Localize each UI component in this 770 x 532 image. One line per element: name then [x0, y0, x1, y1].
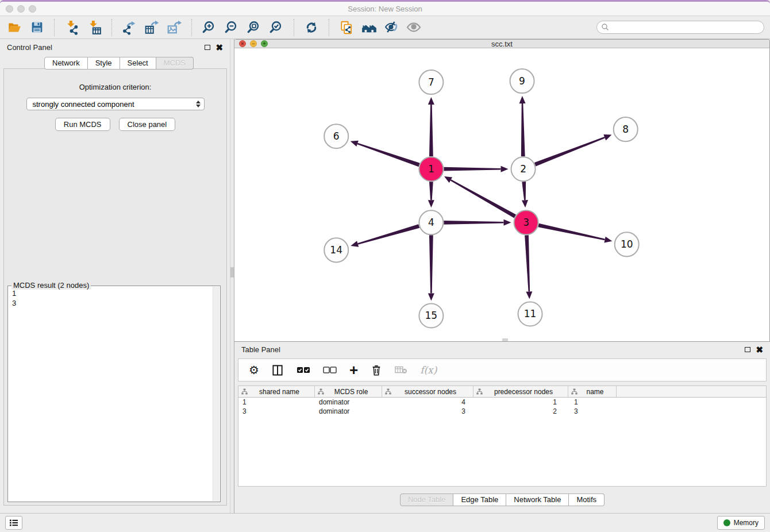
graph-edge-2-8[interactable]: [534, 137, 605, 167]
graph-node-label-3: 3: [523, 217, 529, 229]
graph-edge-arrowhead: [428, 294, 434, 301]
eye-icon[interactable]: [405, 19, 422, 36]
graph-node-label-6: 6: [333, 131, 340, 142]
graph-edge-1-4[interactable]: [429, 182, 433, 201]
task-history-button[interactable]: [5, 516, 22, 530]
graph-edge-3-10[interactable]: [538, 223, 605, 241]
zoom-fit-icon[interactable]: [245, 19, 263, 36]
canvas-resize-handle-icon[interactable]: [502, 338, 508, 341]
graph-edge-3-1[interactable]: [451, 180, 516, 218]
clear-checks-icon[interactable]: [323, 366, 337, 374]
criterion-dropdown[interactable]: strongly connected component: [26, 98, 205, 110]
graph-edge-4-14[interactable]: [357, 225, 419, 245]
export-table-icon[interactable]: [143, 19, 160, 36]
node-table[interactable]: shared nameMCDS rolesuccessor nodesprede…: [238, 385, 767, 487]
network-canvas[interactable]: 7968124314101511: [234, 48, 769, 341]
graph-edge-arrowhead: [526, 292, 532, 299]
columns-icon[interactable]: [272, 364, 284, 376]
tab-style[interactable]: Style: [88, 57, 120, 70]
float-table-panel-icon[interactable]: [745, 347, 750, 352]
table-tabs: Node Table Edge Table Network Table Moti…: [234, 487, 770, 513]
import-network-icon[interactable]: [63, 19, 80, 36]
tab-network-table[interactable]: Network Table: [506, 494, 569, 506]
table-cell: 2: [473, 407, 568, 415]
refresh-icon[interactable]: [303, 19, 320, 36]
graph-edge-4-3[interactable]: [444, 221, 503, 225]
search-icon: [601, 23, 609, 33]
export-network-icon[interactable]: [121, 19, 138, 36]
table-cell: dominator: [315, 407, 382, 415]
graph-node-label-9: 9: [519, 76, 525, 87]
close-panel-button[interactable]: Close panel: [119, 118, 176, 131]
graph-edge-4-15[interactable]: [429, 236, 433, 294]
tab-network[interactable]: Network: [44, 57, 88, 70]
panel-splitter[interactable]: [230, 39, 234, 513]
mcds-result-scrollbar[interactable]: [213, 287, 220, 501]
column-tree-icon: [241, 388, 248, 395]
graph-edge-1-7[interactable]: [429, 105, 433, 157]
column-header-successor-nodes[interactable]: successor nodes: [382, 386, 473, 397]
tab-edge-table[interactable]: Edge Table: [453, 494, 506, 506]
column-header-label: predecessor nodes: [483, 388, 568, 396]
zoom-out-icon[interactable]: [223, 19, 240, 36]
tab-node-table[interactable]: Node Table: [400, 494, 454, 506]
homes-icon[interactable]: [360, 19, 378, 36]
trash-icon[interactable]: [371, 364, 382, 376]
table-cell: 1: [238, 398, 315, 406]
mcds-result-lines: 1 3: [12, 288, 211, 500]
run-mcds-button[interactable]: Run MCDS: [55, 118, 110, 131]
column-header-label: shared name: [248, 388, 314, 396]
column-header-MCDS-role[interactable]: MCDS role: [315, 386, 382, 397]
network-window: × − + scc.txt 7968124314101511: [234, 39, 770, 342]
zoom-check-icon[interactable]: [268, 19, 285, 36]
zoom-in-icon[interactable]: [201, 19, 218, 36]
graph-node-label-4: 4: [428, 217, 434, 229]
open-folder-icon[interactable]: [6, 19, 23, 36]
graph-edge-arrowhead: [500, 166, 508, 172]
select-all-checks-icon[interactable]: [297, 366, 310, 374]
graph-edge-arrowhead: [428, 98, 434, 105]
import-table-icon[interactable]: [86, 19, 103, 36]
column-header-predecessor-nodes[interactable]: predecessor nodes: [473, 386, 568, 397]
graph-edge-1-2[interactable]: [444, 167, 500, 171]
graph-edge-2-9[interactable]: [521, 104, 525, 157]
toolbar-separator: [191, 19, 192, 36]
table-panel-title: Table Panel: [241, 345, 280, 354]
table-row[interactable]: 1dominator411: [238, 398, 766, 407]
table-row[interactable]: 3dominator323: [238, 407, 766, 416]
column-header-name[interactable]: name: [568, 386, 617, 397]
search-input[interactable]: [596, 21, 764, 34]
tab-select[interactable]: Select: [120, 57, 156, 70]
status-bar: Memory: [0, 513, 770, 532]
copy-network-icon[interactable]: [338, 19, 355, 36]
graph-edge-3-11[interactable]: [525, 236, 530, 292]
table-cell: 4: [382, 398, 473, 406]
graph-edge-2-3[interactable]: [522, 182, 526, 200]
optimization-criterion-label: Optimization criterion:: [4, 83, 226, 91]
save-disk-icon[interactable]: [28, 19, 45, 36]
delete-table-icon: [395, 365, 407, 375]
graph-node-label-7: 7: [428, 77, 434, 88]
eye-slash-icon[interactable]: [383, 19, 400, 36]
window-title: Session: New Session: [0, 5, 770, 13]
graph-edge-1-6[interactable]: [357, 143, 420, 167]
memory-button[interactable]: Memory: [717, 516, 765, 530]
control-panel-tabs: Network Style Select MCDS: [44, 57, 194, 70]
close-panel-icon[interactable]: ✖: [215, 43, 223, 52]
toolbar-separator: [294, 19, 294, 36]
column-header-label: successor nodes: [391, 388, 473, 396]
column-header-label: name: [578, 388, 616, 396]
gear-icon[interactable]: ⚙: [249, 364, 259, 376]
tab-mcds[interactable]: MCDS: [156, 57, 194, 70]
column-header-shared-name[interactable]: shared name: [238, 386, 315, 397]
close-table-panel-icon[interactable]: ✖: [756, 345, 763, 354]
graph-edge-arrowhead: [522, 201, 528, 208]
splitter-handle-icon[interactable]: [230, 267, 234, 277]
control-panel-title: Control Panel: [7, 43, 52, 52]
node-table-body: 1dominator4113dominator323: [238, 398, 766, 416]
tab-motifs[interactable]: Motifs: [569, 494, 605, 506]
float-panel-icon[interactable]: [205, 45, 210, 50]
mcds-panel: Optimization criterion: strongly connect…: [3, 68, 227, 506]
export-image-icon[interactable]: [165, 19, 183, 36]
network-window-title: scc.txt: [234, 40, 769, 48]
